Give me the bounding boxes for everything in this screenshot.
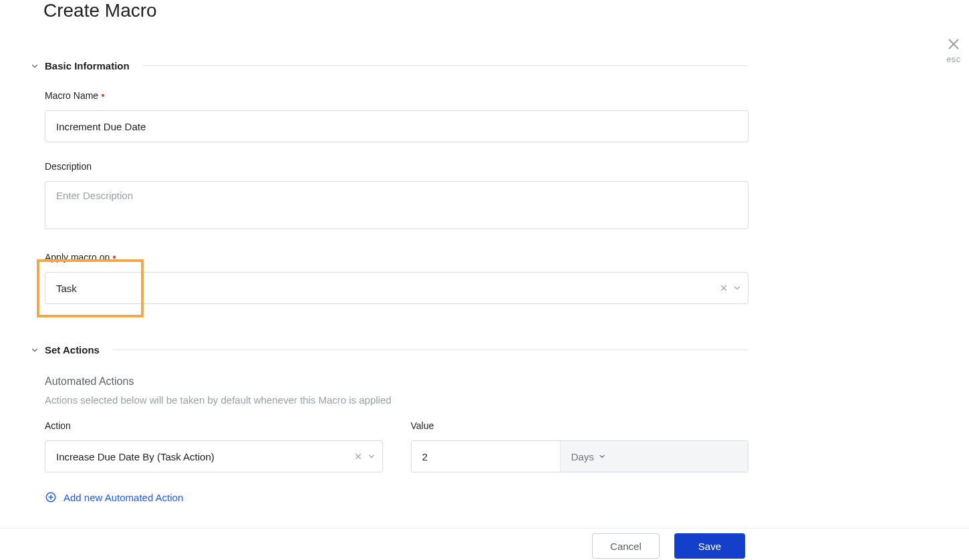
section-actions-header[interactable]: Set Actions <box>30 344 748 356</box>
value-unit-text: Days <box>571 451 594 462</box>
save-button[interactable]: Save <box>674 533 745 559</box>
add-automated-action-link[interactable]: Add new Automated Action <box>45 491 748 503</box>
action-select[interactable]: Increase Due Date By (Task Action) <box>45 440 383 472</box>
chevron-down-icon <box>30 61 39 71</box>
footer: Cancel Save <box>0 528 969 560</box>
clear-icon[interactable] <box>719 283 728 293</box>
required-indicator: • <box>101 93 105 98</box>
close-icon <box>946 37 961 51</box>
apply-on-value: Task <box>56 283 77 294</box>
plus-circle-icon <box>45 491 57 503</box>
action-label: Action <box>45 420 383 431</box>
cancel-button[interactable]: Cancel <box>592 533 660 559</box>
page-title: Create Macro <box>43 0 748 21</box>
section-actions-title: Set Actions <box>45 344 100 356</box>
required-indicator: • <box>112 255 116 260</box>
section-basic-title: Basic Information <box>45 60 130 72</box>
automated-actions-description: Actions selected below will be taken by … <box>45 394 748 406</box>
chevron-down-icon <box>30 345 39 355</box>
add-link-text: Add new Automated Action <box>63 492 183 503</box>
section-divider <box>143 65 748 66</box>
description-label: Description <box>45 161 748 172</box>
action-value: Increase Due Date By (Task Action) <box>56 451 215 462</box>
value-number-input[interactable] <box>412 441 560 472</box>
section-basic-header[interactable]: Basic Information <box>30 60 748 72</box>
macro-name-label: Macro Name • <box>45 90 748 101</box>
macro-name-input[interactable] <box>45 110 748 142</box>
chevron-down-icon[interactable] <box>367 452 376 461</box>
value-unit-select[interactable]: Days <box>560 441 748 472</box>
apply-on-label: Apply macro on • <box>45 252 748 263</box>
clear-icon[interactable] <box>354 452 363 461</box>
esc-label: esc <box>946 54 961 64</box>
chevron-down-icon[interactable] <box>732 283 742 293</box>
description-input[interactable] <box>45 181 748 229</box>
value-label: Value <box>411 420 749 431</box>
section-divider <box>113 349 748 350</box>
automated-actions-heading: Automated Actions <box>45 376 748 388</box>
close-button[interactable]: esc <box>946 37 961 64</box>
apply-on-select[interactable]: Task <box>45 272 748 304</box>
chevron-down-icon <box>598 452 606 460</box>
